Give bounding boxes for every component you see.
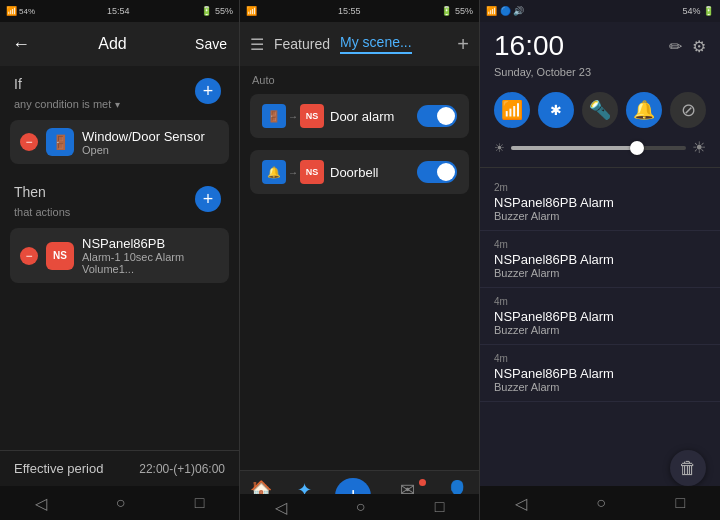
back-button[interactable]: ←	[12, 34, 30, 55]
add-action-button[interactable]: +	[195, 186, 221, 212]
system-nav-p2: ◁ ○ □	[240, 494, 479, 520]
auto-label: Auto	[240, 66, 479, 90]
time-row: 16:00 ✏ ⚙	[480, 22, 720, 66]
quick-buttons: 📶 ✱ 🔦 🔔 ⊘	[480, 86, 720, 134]
notif-time-1: 4m	[494, 239, 706, 250]
condition-sub: any condition is met ▾	[0, 96, 134, 116]
then-sub: that actions	[0, 204, 84, 224]
scene-card-doorbell[interactable]: 🔔 → NS Doorbell	[250, 150, 469, 194]
brightness-slider[interactable]	[511, 146, 686, 150]
scene-card-left-2: 🔔 → NS Doorbell	[262, 160, 378, 184]
notif-sub-1: Buzzer Alarm	[494, 267, 706, 279]
edit-icon[interactable]: ✏	[669, 37, 682, 56]
status-bar-p1: 📶 54% 15:54 🔋 55%	[0, 0, 239, 22]
then-row: Then that actions +	[0, 174, 239, 224]
scene-name-doorbell: Doorbell	[330, 165, 378, 180]
brightness-row: ☀ ☀	[480, 134, 720, 161]
save-button[interactable]: Save	[195, 36, 227, 52]
status-left-p1: 📶 54%	[6, 6, 35, 16]
brightness-high-icon: ☀	[692, 138, 706, 157]
action-name: NSPanel86PB	[82, 236, 219, 251]
add-scene-button[interactable]: +	[457, 33, 469, 56]
notif-item-3[interactable]: 4m NSPanel86PB Alarm Buzzer Alarm	[480, 345, 720, 402]
message-badge	[419, 479, 426, 486]
menu-icon[interactable]: ☰	[250, 35, 264, 54]
wifi-toggle-button[interactable]: 📶	[494, 92, 530, 128]
action-info: NSPanel86PB Alarm-1 10sec Alarm Volume1.…	[82, 236, 219, 275]
page-title-p1: Add	[98, 35, 126, 53]
recents-nav-p2[interactable]: □	[435, 498, 445, 516]
scene-toggle-door[interactable]	[417, 105, 457, 127]
system-nav-p3: ◁ ○ □	[480, 486, 720, 520]
date-display: Sunday, October 23	[480, 66, 720, 86]
divider	[480, 167, 720, 168]
condition-info: Window/Door Sensor Open	[82, 129, 219, 156]
notif-sub-0: Buzzer Alarm	[494, 210, 706, 222]
ns-panel-icon: NS	[46, 242, 74, 270]
remove-condition-button[interactable]: −	[20, 133, 38, 151]
status-right-p1: 🔋 55%	[201, 6, 233, 16]
chevron-down-icon: ▾	[115, 99, 120, 110]
clear-notifications-button[interactable]: 🗑	[670, 450, 706, 486]
notif-item-2[interactable]: 4m NSPanel86PB Alarm Buzzer Alarm	[480, 288, 720, 345]
effective-period[interactable]: Effective period 22:00-(+1)06:00	[0, 450, 239, 486]
if-section: If any condition is met ▾ +	[0, 66, 239, 116]
home-nav-p3[interactable]: ○	[596, 494, 606, 512]
scene-card-left: 🚪 → NS Door alarm	[262, 104, 394, 128]
notif-title-3: NSPanel86PB Alarm	[494, 366, 706, 381]
notif-time-0: 2m	[494, 182, 706, 193]
notif-title-2: NSPanel86PB Alarm	[494, 309, 706, 324]
back-nav-p3[interactable]: ◁	[515, 494, 527, 513]
action-detail: Alarm-1 10sec Alarm Volume1...	[82, 251, 219, 275]
notif-item-1[interactable]: 4m NSPanel86PB Alarm Buzzer Alarm	[480, 231, 720, 288]
effective-period-label: Effective period	[14, 461, 103, 476]
panel-scene: 📶 15:55 🔋 55% ☰ Featured My scene... + A…	[240, 0, 480, 520]
bottom-nav-p1: ◁ ○ □	[0, 486, 239, 520]
action-card: − NS NSPanel86PB Alarm-1 10sec Alarm Vol…	[10, 228, 229, 283]
sensor-icon: 🚪	[46, 128, 74, 156]
flow-icons-2: 🔔 → NS	[262, 160, 324, 184]
if-label: If	[0, 66, 134, 96]
recents-nav-p3[interactable]: □	[676, 494, 686, 512]
flashlight-toggle-button[interactable]: 🔦	[582, 92, 618, 128]
device-flow-icon: 🚪	[262, 104, 286, 128]
settings-icon[interactable]: ⚙	[692, 37, 706, 56]
status-bar-p2: 📶 15:55 🔋 55%	[240, 0, 479, 22]
recents-nav-icon[interactable]: □	[195, 494, 205, 512]
home-nav-p2[interactable]: ○	[356, 498, 366, 516]
effective-period-value: 22:00-(+1)06:00	[139, 462, 225, 476]
notif-item-0[interactable]: 2m NSPanel86PB Alarm Buzzer Alarm	[480, 174, 720, 231]
time-p1: 15:54	[107, 6, 130, 16]
ns-flow-icon: NS	[300, 104, 324, 128]
tab-myscene[interactable]: My scene...	[340, 34, 412, 54]
then-section: Then that actions + − NS NSPanel86PB Ala…	[0, 174, 239, 287]
flow-arrow-icon-2: →	[288, 167, 298, 178]
clock-display: 16:00	[494, 30, 564, 62]
then-label: Then	[0, 174, 84, 204]
header-p1: ← Add Save	[0, 22, 239, 66]
brightness-thumb	[630, 141, 644, 155]
back-nav-p2[interactable]: ◁	[275, 498, 287, 517]
block-toggle-button[interactable]: ⊘	[670, 92, 706, 128]
tab-featured[interactable]: Featured	[274, 36, 330, 52]
bell-toggle-button[interactable]: 🔔	[626, 92, 662, 128]
ns-flow-icon-2: NS	[300, 160, 324, 184]
brightness-fill	[511, 146, 634, 150]
remove-action-button[interactable]: −	[20, 247, 38, 265]
flow-arrow-icon: →	[288, 111, 298, 122]
brightness-low-icon: ☀	[494, 141, 505, 155]
scene-card-door[interactable]: 🚪 → NS Door alarm	[250, 94, 469, 138]
add-condition-button[interactable]: +	[195, 78, 221, 104]
bluetooth-toggle-button[interactable]: ✱	[538, 92, 574, 128]
status-bar-p3: 📶 🔵 🔊 54% 🔋	[480, 0, 720, 22]
condition-card: − 🚪 Window/Door Sensor Open	[10, 120, 229, 164]
time-action-icons: ✏ ⚙	[669, 37, 706, 56]
notif-time-2: 4m	[494, 296, 706, 307]
scene-toggle-doorbell[interactable]	[417, 161, 457, 183]
notif-title-1: NSPanel86PB Alarm	[494, 252, 706, 267]
condition-detail: Open	[82, 144, 219, 156]
panel-notifications: 📶 🔵 🔊 54% 🔋 16:00 ✏ ⚙ Sunday, October 23…	[480, 0, 720, 520]
flow-icons: 🚪 → NS	[262, 104, 324, 128]
back-nav-icon[interactable]: ◁	[35, 494, 47, 513]
home-nav-icon[interactable]: ○	[116, 494, 126, 512]
